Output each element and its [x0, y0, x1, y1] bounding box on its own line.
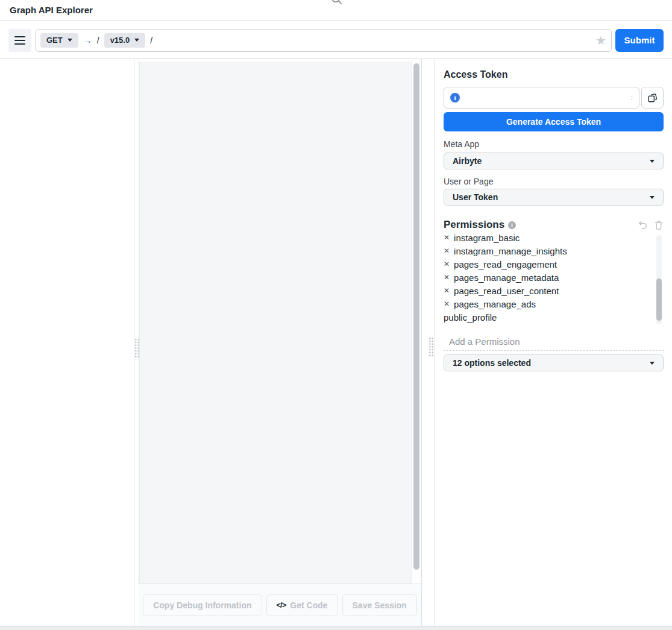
permissions-header: Permissions i — [444, 218, 664, 232]
permission-label: public_profile — [444, 312, 497, 323]
submit-button[interactable]: Submit — [615, 29, 664, 52]
version-label: v15.0 — [110, 36, 130, 45]
permission-label: pages_read_engagement — [454, 259, 557, 269]
access-token-input[interactable]: i : — [444, 87, 639, 109]
get-code-button[interactable]: </> Get Code — [266, 594, 338, 616]
permissions-scrollbar-track[interactable] — [656, 235, 662, 324]
permissions-actions — [638, 220, 664, 230]
permission-row: ✕ pages_manage_ads — [444, 297, 655, 310]
trash-icon — [654, 220, 664, 230]
access-token-heading: Access Token — [444, 69, 507, 80]
remove-permission-icon[interactable]: ✕ — [444, 274, 450, 281]
permissions-scrollbar-thumb[interactable] — [656, 279, 662, 321]
user-or-page-select[interactable]: User Token — [444, 189, 664, 206]
token-tail-text: : — [631, 93, 633, 102]
response-panel: Copy Debug Information </> Get Code Save… — [139, 59, 422, 626]
undo-icon — [638, 220, 648, 230]
get-code-label: Get Code — [290, 600, 327, 610]
permission-row: ✕ instagram_manage_insights — [444, 244, 655, 257]
remove-permission-icon[interactable]: ✕ — [444, 287, 450, 294]
method-label: GET — [46, 36, 63, 45]
chevron-down-icon — [650, 160, 655, 163]
remove-permission-icon[interactable]: ✕ — [444, 260, 450, 268]
permission-row: ✕ pages_manage_metadata — [444, 271, 655, 284]
copy-icon — [647, 92, 658, 104]
save-session-button[interactable]: Save Session — [342, 594, 417, 616]
info-icon[interactable]: i — [450, 93, 460, 102]
permissions-heading: Permissions — [444, 219, 504, 231]
page-title: Graph API Explorer — [10, 5, 93, 15]
arrow-icon: → — [83, 35, 92, 45]
permissions-options-select[interactable]: 12 options selected — [444, 354, 664, 371]
chevron-down-icon — [650, 196, 655, 199]
chevron-down-icon — [134, 39, 139, 42]
meta-app-select[interactable]: Airbyte — [444, 153, 664, 169]
path-input[interactable]: / ★ — [150, 30, 606, 51]
generate-access-token-button[interactable]: Generate Access Token — [444, 112, 664, 131]
user-or-page-value: User Token — [453, 192, 498, 202]
permission-label: pages_manage_metadata — [454, 272, 559, 283]
remove-permission-icon[interactable]: ✕ — [444, 247, 450, 254]
permission-row: public_profile — [444, 310, 655, 324]
access-token-panel: Access Token i : Generate Access Token M… — [435, 59, 672, 626]
token-row: i : — [444, 87, 664, 109]
info-icon[interactable]: i — [508, 221, 516, 229]
options-selected-summary: 12 options selected — [453, 358, 531, 368]
undo-permissions-button[interactable] — [638, 220, 648, 230]
permission-row: ✕ pages_read_user_content — [444, 284, 655, 297]
path-prefix: / — [97, 36, 99, 45]
debug-footer: Copy Debug Information </> Get Code Save… — [139, 584, 421, 626]
favorite-star-icon[interactable]: ★ — [595, 34, 606, 46]
request-toolbar: GET → / v15.0 / ★ Submit — [0, 22, 672, 59]
chevron-down-icon — [650, 362, 655, 365]
panel-splitter-right[interactable] — [429, 337, 434, 357]
copy-token-button[interactable] — [641, 87, 664, 109]
method-dropdown[interactable]: GET — [40, 33, 78, 48]
page-bottom-scroll-strip[interactable] — [0, 626, 672, 630]
copy-debug-information-button[interactable]: Copy Debug Information — [143, 594, 262, 616]
response-scrollbar-track[interactable] — [412, 61, 421, 584]
permission-label: pages_manage_ads — [454, 299, 536, 309]
app-header: Graph API Explorer — [0, 0, 672, 21]
meta-app-value: Airbyte — [453, 156, 482, 166]
response-viewer[interactable] — [139, 61, 412, 584]
left-sidebar-panel — [0, 59, 134, 626]
remove-permission-icon[interactable]: ✕ — [444, 300, 450, 307]
response-scrollbar-thumb[interactable] — [413, 63, 419, 570]
version-dropdown[interactable]: v15.0 — [104, 33, 146, 48]
permissions-list: ✕ instagram_basic ✕ instagram_manage_ins… — [444, 234, 655, 324]
path-value: / — [150, 36, 152, 45]
request-url-bar[interactable]: GET → / v15.0 / ★ — [35, 29, 612, 52]
clear-permissions-button[interactable] — [654, 220, 664, 230]
remove-permission-icon[interactable]: ✕ — [444, 234, 450, 241]
permission-label: instagram_manage_insights — [454, 246, 567, 256]
add-permission-input[interactable]: Add a Permission — [444, 332, 664, 351]
meta-app-label: Meta App — [444, 139, 479, 149]
permission-label: pages_read_user_content — [454, 286, 559, 296]
permission-label: instagram_basic — [454, 234, 520, 243]
menu-button[interactable] — [8, 29, 31, 52]
code-icon: </> — [277, 600, 286, 610]
permission-row: ✕ pages_read_engagement — [444, 257, 655, 271]
permission-row: ✕ instagram_basic — [444, 234, 655, 244]
search-icon[interactable] — [330, 0, 343, 8]
chevron-down-icon — [68, 39, 72, 42]
user-or-page-label: User or Page — [444, 177, 493, 186]
